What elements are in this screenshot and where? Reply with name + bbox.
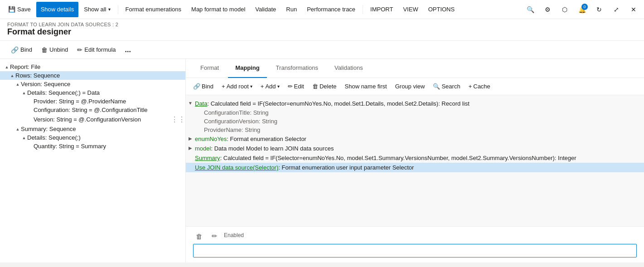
more-actions-button[interactable]: ... <box>121 44 135 56</box>
datasource-item[interactable]: Summary: Calculated field = IF(Selector=… <box>186 153 644 163</box>
validate-button[interactable]: Validate <box>251 2 281 17</box>
chevron-down-icon2: ▾ <box>250 84 252 89</box>
search-global-button[interactable]: 🔍 <box>523 3 537 16</box>
ds-type: : Data model Model to learn JOIN data so… <box>211 145 334 152</box>
mapping-toolbar: 🔗 Bind + Add root ▾ + Add ▾ ✏ Edit 🗑 Del… <box>186 78 644 95</box>
refresh-button[interactable]: ↻ <box>592 3 606 16</box>
options-button[interactable]: OPTIONS <box>424 2 460 17</box>
datasource-child-item[interactable]: ProviderName: String <box>186 126 644 134</box>
ds-name: enumNoYes <box>195 136 227 142</box>
popout-button[interactable]: ⤢ <box>610 3 623 16</box>
tab-validations[interactable]: Validations <box>327 59 370 78</box>
ds-arrow-icon: ▼ <box>186 101 195 106</box>
chevron-down-icon3: ▾ <box>277 84 280 89</box>
tree-item[interactable]: Version: String = @.ConfigurationVersion… <box>0 114 185 125</box>
edit-formula-button[interactable]: ✏ Edit formula <box>73 44 119 55</box>
plus-icon: + <box>222 83 225 90</box>
datasource-item[interactable]: ▼ Data: Calculated field = IF(Selector=e… <box>186 99 644 108</box>
search-icon: 🔍 <box>433 83 440 90</box>
trash-icon: 🗑 <box>312 83 318 90</box>
top-bar-right: 🔍 ⚙ ⬡ 🔔 0 ↻ ⤢ ✕ <box>523 3 640 16</box>
chevron-down-icon: ▾ <box>108 7 111 12</box>
separator <box>118 5 118 14</box>
left-tree-panel: ▲ Report: File ▲ Rows: Sequence ▲ Versio… <box>0 59 186 262</box>
notification-area: 🔔 0 <box>575 3 589 16</box>
add-button[interactable]: + Add ▾ <box>257 82 283 91</box>
datasource-child-item[interactable]: ConfigurationTitle: String <box>186 108 644 117</box>
tree-item[interactable]: ▲ Summary: Sequence <box>0 125 185 133</box>
format-enumerations-button[interactable]: Format enumerations <box>121 2 186 17</box>
ds-name: Data <box>195 100 207 107</box>
cache-button[interactable]: + Cache <box>465 82 494 91</box>
pencil-icon: ✏ <box>77 46 82 53</box>
main-content: ▲ Report: File ▲ Rows: Sequence ▲ Versio… <box>0 59 644 262</box>
show-name-first-button[interactable]: Show name first <box>341 82 391 91</box>
search-button[interactable]: 🔍 Search <box>429 82 464 91</box>
tree-item[interactable]: Configuration: String = @.ConfigurationT… <box>0 106 185 114</box>
breadcrumb: FORMAT TO LEARN JOIN DATA SOURCES : 2 <box>7 22 637 27</box>
tree-item[interactable]: ▲ Report: File <box>0 63 185 71</box>
group-view-button[interactable]: Group view <box>392 82 429 91</box>
notification-badge: 0 <box>581 4 588 10</box>
view-button[interactable]: VIEW <box>398 2 422 17</box>
plus-icon2: + <box>261 83 264 90</box>
datasource-tree: ▼ Data: Calculated field = IF(Selector=e… <box>186 95 644 226</box>
edit-button[interactable]: ✏ Edit <box>284 82 308 91</box>
enabled-label: Enabled <box>224 232 244 238</box>
tree-item[interactable]: ▲ Details: Sequence(;) = Data <box>0 88 185 97</box>
settings-icon-button[interactable]: ⚙ <box>541 3 554 16</box>
ds-type: : Format enumeration user input paramete… <box>278 164 414 171</box>
ds-type: : Calculated field = IF(Selector=enumNoY… <box>207 100 469 107</box>
drag-handle: ⋮⋮ <box>171 115 185 124</box>
mapping-bind-button[interactable]: 🔗 Bind <box>189 82 217 91</box>
separator2 <box>363 5 363 14</box>
import-button[interactable]: IMPORT <box>366 2 397 17</box>
arrow-icon: ▲ <box>4 65 10 69</box>
tree-item[interactable]: ▲ Rows: Sequence <box>0 71 185 80</box>
bind-action-button[interactable]: 🔗 Bind <box>7 44 36 55</box>
datasource-items: ▼ Data: Calculated field = IF(Selector=e… <box>186 99 644 172</box>
top-toolbar: 💾 Save Show details Show all ▾ Format en… <box>0 0 644 19</box>
tab-transformations[interactable]: Transformations <box>269 59 325 78</box>
bottom-panel: 🗑 ✏ Enabled <box>186 226 644 262</box>
datasource-child-item[interactable]: ConfigurationVersion: String <box>186 117 644 126</box>
tabs-bar: Format Mapping Transformations Validatio… <box>186 59 644 78</box>
performance-trace-button[interactable]: Performance trace <box>302 2 360 17</box>
tree-item[interactable]: Provider: String = @.ProviderName <box>0 97 185 106</box>
save-button[interactable]: 💾 Save <box>4 2 35 17</box>
close-button[interactable]: ✕ <box>627 3 640 16</box>
add-root-button[interactable]: + Add root ▾ <box>218 82 256 91</box>
unbind-icon: 🗑 <box>41 46 48 53</box>
map-format-button[interactable]: Map format to model <box>187 2 250 17</box>
arrow-icon: ▲ <box>21 136 27 140</box>
tab-mapping[interactable]: Mapping <box>228 59 266 78</box>
show-all-button[interactable]: Show all ▾ <box>79 2 115 17</box>
bottom-trash-button[interactable]: 🗑 <box>193 230 205 242</box>
ds-type: : Format enumeration Selector <box>227 136 306 142</box>
unbind-action-button[interactable]: 🗑 Unbind <box>38 44 72 55</box>
office-icon-button[interactable]: ⬡ <box>558 3 571 16</box>
datasource-item[interactable]: ▶ enumNoYes: Format enumeration Selector <box>186 134 644 144</box>
show-details-button[interactable]: Show details <box>36 2 79 17</box>
ds-name: Use JOIN data source(Selector) <box>195 164 278 171</box>
page-title: Format designer <box>7 27 637 37</box>
arrow-icon: ▲ <box>15 82 21 87</box>
enabled-input[interactable] <box>193 244 637 257</box>
ds-name: Summary <box>195 155 220 161</box>
ds-type: : Calculated field = IF(Selector=enumNoY… <box>220 155 576 161</box>
pencil-icon2: ✏ <box>288 83 293 90</box>
run-button[interactable]: Run <box>281 2 301 17</box>
tree-item[interactable]: ▲ Details: Sequence(;) <box>0 133 185 142</box>
datasource-item[interactable]: Use JOIN data source(Selector): Format e… <box>186 163 644 172</box>
arrow-icon: ▲ <box>9 73 15 78</box>
arrow-icon: ▲ <box>15 127 21 131</box>
tree-item[interactable]: ▲ Version: Sequence <box>0 80 185 88</box>
tree-item[interactable]: Quantity: String = Summary <box>0 142 185 150</box>
datasource-item[interactable]: ▶ model: Data model Model to learn JOIN … <box>186 144 644 153</box>
save-icon: 💾 <box>8 6 15 13</box>
format-tree: ▲ Report: File ▲ Rows: Sequence ▲ Versio… <box>0 63 185 150</box>
delete-button[interactable]: 🗑 Delete <box>309 82 340 91</box>
bottom-actions: 🗑 ✏ Enabled <box>193 230 637 242</box>
bottom-edit-button[interactable]: ✏ <box>208 230 220 242</box>
tab-format[interactable]: Format <box>193 59 226 78</box>
